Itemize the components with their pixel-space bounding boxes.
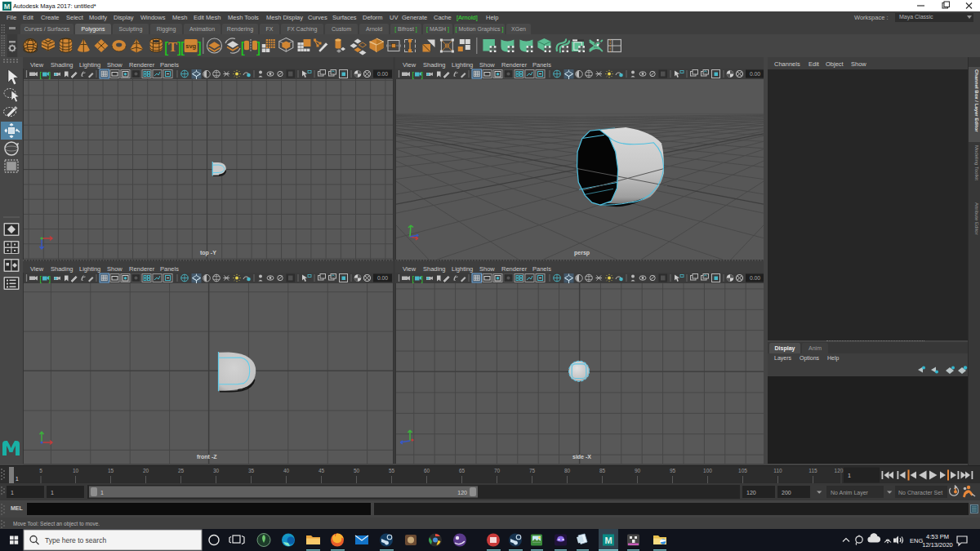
- svg-text:40: 40: [283, 468, 290, 473]
- svg-text:120: 120: [746, 490, 756, 495]
- svg-text:95: 95: [670, 468, 676, 473]
- svg-text:1: 1: [848, 473, 851, 478]
- svg-text:No Anim Layer: No Anim Layer: [831, 490, 869, 496]
- svg-text:75: 75: [529, 468, 536, 473]
- svg-text:15: 15: [108, 468, 114, 473]
- svg-text:35: 35: [248, 468, 255, 473]
- svg-text:1: 1: [11, 490, 14, 495]
- svg-text:ENG: ENG: [910, 537, 923, 544]
- svg-text:85: 85: [599, 468, 606, 473]
- svg-text:200: 200: [782, 490, 791, 495]
- svg-text:T: T: [168, 39, 177, 55]
- svg-text:side -X: side -X: [572, 454, 591, 460]
- svg-text:120: 120: [457, 490, 467, 495]
- svg-text:No Character Set: No Character Set: [898, 490, 942, 495]
- svg-text:M: M: [4, 2, 11, 11]
- svg-text:M: M: [604, 535, 612, 545]
- svg-text:5: 5: [39, 468, 42, 473]
- svg-text:25: 25: [178, 468, 185, 473]
- svg-text:]: ]: [256, 38, 261, 56]
- svg-text:30: 30: [213, 468, 220, 473]
- svg-text:80: 80: [564, 468, 571, 473]
- svg-text:55: 55: [389, 468, 395, 473]
- svg-text:90: 90: [635, 468, 641, 473]
- svg-text:20: 20: [143, 468, 149, 473]
- svg-text:105: 105: [738, 468, 747, 473]
- svg-text:svg: svg: [185, 42, 196, 50]
- svg-text:50: 50: [354, 468, 360, 473]
- svg-text:70: 70: [494, 468, 501, 473]
- svg-text:100: 100: [703, 468, 712, 473]
- svg-text:Type here to search: Type here to search: [45, 536, 106, 544]
- svg-text:1: 1: [51, 490, 54, 495]
- svg-text:115: 115: [808, 468, 817, 473]
- svg-text:1: 1: [100, 490, 104, 495]
- svg-text:45: 45: [318, 468, 325, 473]
- svg-text:top -Y: top -Y: [200, 250, 216, 256]
- svg-text:60: 60: [424, 468, 430, 473]
- svg-text:110: 110: [773, 468, 782, 473]
- svg-text:10: 10: [73, 468, 79, 473]
- svg-text:persp: persp: [574, 250, 590, 256]
- svg-text:front -Z: front -Z: [197, 454, 217, 460]
- svg-text:12/13/2020: 12/13/2020: [922, 541, 953, 549]
- svg-text:4:53 PM: 4:53 PM: [926, 533, 949, 540]
- svg-text:]: ]: [198, 38, 202, 56]
- svg-text:1: 1: [16, 476, 19, 482]
- svg-text:120: 120: [835, 468, 844, 473]
- svg-text:65: 65: [459, 468, 466, 473]
